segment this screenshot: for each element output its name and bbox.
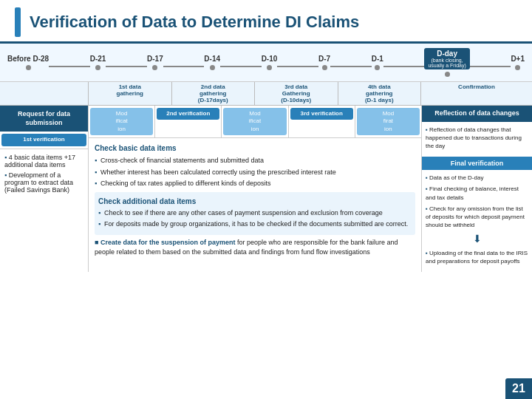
final-ver-item-1: Data as of the D-day	[426, 174, 528, 182]
header: Verification of Data to Determine DI Cla…	[0, 0, 532, 44]
left-items: 4 basic data items +17 additional data i…	[0, 149, 88, 273]
final-ver-item-2: Final checking of balance, interest and …	[426, 185, 528, 201]
step-mod1-label: Modification	[90, 108, 153, 135]
timeline-connector	[49, 66, 90, 67]
timeline-label: D-7	[318, 55, 330, 63]
check-additional-section: Check additional data items Check to see…	[95, 192, 415, 235]
request-box: Request for data submission	[0, 106, 88, 132]
timeline-item-d10: D-10	[262, 55, 278, 70]
process-steps-row: Modification 2nd verification Modificati…	[89, 106, 421, 138]
reflection-header: Reflection of data changes	[422, 106, 532, 122]
page-number: 21	[505, 378, 532, 399]
timeline-dot	[152, 65, 157, 70]
check-content: Check basic data items Cross-check of fi…	[89, 138, 421, 262]
step-mod2: Modification	[222, 106, 288, 137]
header-accent-bar	[15, 7, 21, 37]
timeline-label: D-17	[147, 55, 163, 63]
final-ver-item-4: Uploading of the final data to the IRIS …	[426, 249, 528, 265]
check-additional-item-2: For deposits made by group organizations…	[98, 219, 412, 230]
timeline-item-d21: D-21	[90, 55, 106, 70]
timeline-item-d17: D-17	[147, 55, 163, 70]
gathering-spacer	[0, 82, 89, 105]
timeline-item-d1plus: D+1	[511, 55, 525, 70]
page-title: Verification of Data to Determine DI Cla…	[30, 13, 359, 32]
page: Verification of Data to Determine DI Cla…	[0, 0, 532, 399]
step-3rd-ver: 3rd verification	[289, 106, 355, 137]
check-additional-title: Check additional data items	[98, 196, 412, 207]
timeline-label: D-1	[372, 55, 383, 63]
timeline-dot	[445, 72, 450, 77]
gathering-label-3: 3rd dataGathering(D-10days)	[255, 82, 338, 105]
timeline-item-d7: D-7	[318, 55, 330, 70]
timeline-dot	[515, 65, 520, 70]
timeline-label: D-14	[204, 55, 220, 63]
timeline-dot	[95, 65, 100, 70]
step-label-1st: 1st verification	[1, 134, 86, 146]
timeline-connector	[470, 66, 511, 67]
step-mod3-label: Modfiration	[357, 108, 420, 135]
body-layout: Request for data submission 1st verifica…	[0, 106, 532, 272]
timeline: Before D-28 D-21 D-17 D-14 D-10 D-7	[0, 44, 532, 82]
dday-label: D-day	[428, 50, 466, 58]
timeline-connector	[383, 66, 425, 67]
timeline-label: D-21	[90, 55, 106, 63]
timeline-connector	[106, 66, 147, 67]
step-2nd-ver: 2nd verification	[155, 106, 222, 137]
create-data-section: ■ Create data for the suspension of paym…	[95, 238, 415, 258]
confirmation-label: Confirmation	[421, 82, 532, 105]
reflection-item: Reflection of data changes that happened…	[426, 126, 528, 151]
gathering-label-2: 2nd datagathering(D-17days)	[172, 82, 256, 105]
timeline-dot	[322, 65, 327, 70]
timeline-connector	[163, 66, 205, 67]
step-3rd-label: 3rd verification	[290, 108, 353, 120]
timeline-dot	[210, 65, 215, 70]
check-basic-item-1: Cross-check of financial statements and …	[95, 156, 415, 166]
step-mod1: Modification	[89, 106, 155, 137]
left-item-2: Development of a program to extract data…	[4, 171, 83, 194]
timeline-connector	[330, 66, 372, 67]
timeline-label: Before D-28	[7, 55, 49, 63]
check-additional-item-1: Check to see if there are any other case…	[98, 208, 412, 219]
timeline-dot	[26, 65, 31, 70]
timeline-item-dday: D-day (bank closing,usually a Friday)	[424, 48, 469, 77]
timeline-label: D+1	[511, 55, 525, 63]
right-panel: Reflection of data changes Reflection of…	[421, 106, 532, 272]
timeline-label: D-10	[262, 55, 278, 63]
timeline-dot	[267, 65, 272, 70]
reflection-content: Reflection of data changes that happened…	[422, 122, 532, 157]
check-basic-item-2: Whether interest has been calculated cor…	[95, 168, 415, 178]
final-ver-header: Final verification	[422, 157, 532, 170]
center-body: Modification 2nd verification Modificati…	[89, 106, 421, 272]
reflection-title: Reflection of data changes	[424, 109, 530, 118]
step-mod3: Modfiration	[355, 106, 421, 137]
create-data-bold: ■ Create data for the suspension of paym…	[95, 239, 235, 246]
step-mod2-label: Modification	[223, 108, 286, 135]
check-basic-item-3: Checking of tax rates applied to differe…	[95, 179, 415, 189]
timeline-dot	[375, 65, 380, 70]
step-1st-verification: 1st verification	[0, 132, 88, 149]
arrow-down-icon: ⬇	[426, 232, 528, 247]
timeline-connector	[277, 66, 318, 67]
timeline-item-d14: D-14	[204, 55, 220, 70]
dday-sub: (bank closing,usually a Friday)	[428, 58, 466, 68]
timeline-connector	[220, 66, 262, 67]
gathering-label-4: 4th datagathering(D-1 days)	[338, 82, 422, 105]
left-item-1: 4 basic data items +17 additional data i…	[4, 154, 83, 168]
timeline-item-before-d28: Before D-28	[7, 55, 49, 70]
timeline-item-d1: D-1	[372, 55, 383, 70]
check-basic-title: Check basic data items	[95, 143, 415, 154]
gathering-labels-row: 1st datagathering 2nd datagathering(D-17…	[0, 82, 532, 106]
step-2nd-label: 2nd verification	[157, 108, 219, 120]
gathering-label-1: 1st datagathering	[89, 82, 172, 105]
final-ver-item-3: Check for any omission from the list of …	[426, 205, 528, 230]
final-ver-content: Data as of the D-day Final checking of b…	[422, 170, 532, 272]
left-column: Request for data submission 1st verifica…	[0, 106, 89, 272]
